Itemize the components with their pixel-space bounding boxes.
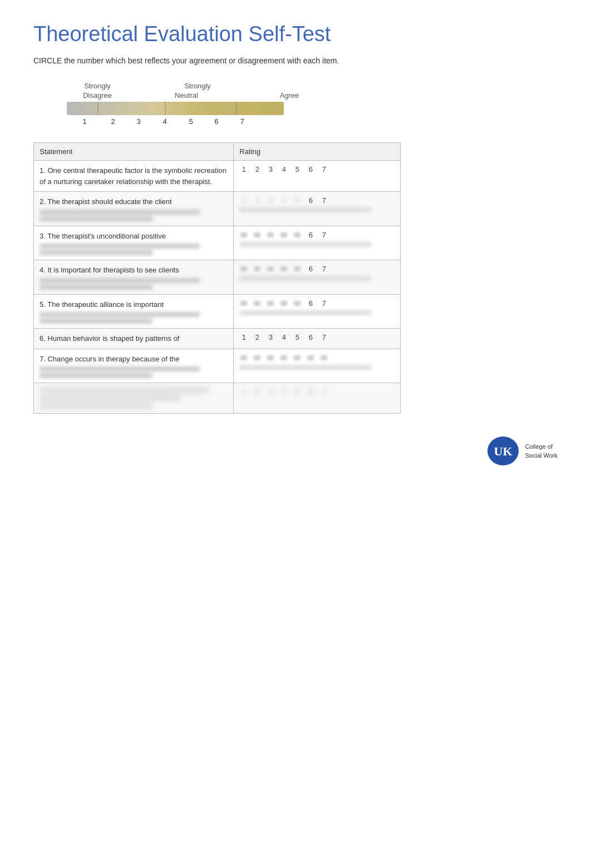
statement-cell-7: 7. Change occurs in therapy because of t… [34,349,234,383]
statement-text-2: 2. The therapist should educate the clie… [40,196,228,221]
rating-numbers-6: 1234567 [239,333,395,341]
statement-cell-6: 6. Human behavior is shaped by patterns … [34,329,234,349]
rating-num-6-1: 1 [239,333,248,341]
scale-label-disagree: Disagree [67,91,128,100]
logo-line1: College of [525,443,558,451]
table-row: 3. The therapist's unconditional positiv… [34,226,401,260]
scale-label-neutral: Neutral [156,91,217,100]
rating-cell-3: 67 [234,226,401,260]
rating-cell-1: 1234567 [234,161,401,192]
evaluation-table: Statement Rating 1. One central therapeu… [33,142,401,414]
rating-numbers-2: 1234567 [239,196,395,205]
logo-text: College of Social Work [525,443,558,460]
table-row: 4. It is important for therapists to see… [34,260,401,295]
rating-num-4-3 [266,265,275,273]
rating-num-3-6: 6 [306,231,315,239]
statement-cell-5: 5. The therapeutic alliance is important [34,294,234,329]
rating-num-1-2: 2 [253,165,262,173]
rating-numbers-3: 67 [239,231,395,239]
rating-num-2-1: 1 [239,196,248,205]
rating-num-3-7: 7 [319,231,328,239]
statement-text-3: 3. The therapist's unconditional positiv… [40,231,228,256]
table-row: 5. The therapeutic alliance is important… [34,294,401,329]
rating-num-6-7: 7 [319,333,328,341]
rating-num-3-5 [293,231,302,239]
rating-num-6-4: 4 [279,333,288,341]
rating-num-6-3: 3 [266,333,275,341]
rating-num-6-6: 6 [306,333,315,341]
rating-num-5-5 [293,299,302,307]
rating-numbers-4: 67 [239,265,395,273]
rating-num-3-2 [253,231,262,239]
logo-line2: Social Work [525,452,558,460]
rating-num-4-4 [279,265,288,273]
rating-numbers-7 [239,354,395,362]
rating-num-5-3 [266,299,275,307]
col-header-statement: Statement [34,143,234,161]
rating-num-1-5: 5 [293,165,302,173]
table-row: 6. Human behavior is shaped by patterns … [34,329,401,349]
statement-cell-4: 4. It is important for therapists to see… [34,260,234,295]
statement-text-6: 6. Human behavior is shaped by patterns … [40,333,228,344]
rating-num-1-7: 7 [319,165,328,173]
statement-cell-3: 3. The therapist's unconditional positiv… [34,226,234,260]
rating-num-3-4 [279,231,288,239]
rating-num-1-3: 3 [266,165,275,173]
rating-num-4-6: 6 [306,265,315,273]
rating-num-2-3: 3 [266,196,275,205]
statement-cell-1: 1. One central therapeutic factor is the… [34,161,234,192]
rating-cell-8: 1234567 [234,383,401,414]
rating-num-7-3 [266,354,275,362]
rating-num-2-5: 5 [293,196,302,205]
table-header-row: Statement Rating [34,143,401,161]
scale-label-strongly-disagree-top: Strongly [67,82,128,90]
rating-num-2-7: 7 [319,196,328,205]
col-header-rating: Rating [234,143,401,161]
table-row: 1. One central therapeutic factor is the… [34,161,401,192]
rating-num-4-7: 7 [319,265,328,273]
rating-cell-2: 1234567 [234,192,401,226]
rating-num-3-3 [266,231,275,239]
statement-text-8 [40,388,228,409]
rating-num-2-6: 6 [306,196,315,205]
svg-text:UK: UK [494,444,512,458]
rating-num-5-2 [253,299,262,307]
table-row: 2. The therapist should educate the clie… [34,192,401,226]
table-row: 1234567 [34,383,401,414]
rating-scale: Strongly Strongly Disagree Neutral Agree… [33,82,558,126]
rating-num-7-5 [293,354,302,362]
statement-cell-2: 2. The therapist should educate the clie… [34,192,234,226]
uk-logo-icon: UK [486,436,520,467]
rating-cell-6: 1234567 [234,329,401,349]
rating-cell-4: 67 [234,260,401,295]
rating-num-5-4 [279,299,288,307]
statement-text-1: 1. One central therapeutic factor is the… [40,165,228,187]
rating-num-4-5 [293,265,302,273]
rating-num-6-2: 2 [253,333,262,341]
rating-num-2-2: 2 [253,196,262,205]
rating-num-5-7: 7 [319,299,328,307]
rating-num-3-1 [239,231,248,239]
rating-num-7-2 [253,354,262,362]
rating-num-7-7 [319,354,328,362]
rating-num-5-6: 6 [306,299,315,307]
rating-num-1-4: 4 [279,165,288,173]
scale-label-strongly-agree-top: Strongly [167,82,228,90]
scale-label-agree: Agree [267,91,312,100]
rating-num-7-6 [306,354,315,362]
rating-num-1-1: 1 [239,165,248,173]
rating-num-2-4: 4 [279,196,288,205]
rating-num-6-5: 5 [293,333,302,341]
instructions-text: CIRCLE the number which best reflects yo… [33,56,558,65]
statement-text-5: 5. The therapeutic alliance is important [40,299,228,324]
rating-num-4-2 [253,265,262,273]
rating-cell-7 [234,349,401,383]
page-title: Theoretical Evaluation Self-Test [33,22,558,46]
statement-cell-8 [34,383,234,414]
rating-num-1-6: 6 [306,165,315,173]
statement-text-4: 4. It is important for therapists to see… [40,265,228,290]
rating-cell-5: 67 [234,294,401,329]
footer-logo: UK College of Social Work [33,436,558,467]
rating-numbers-5: 67 [239,299,395,307]
statement-text-7: 7. Change occurs in therapy because of t… [40,354,228,379]
